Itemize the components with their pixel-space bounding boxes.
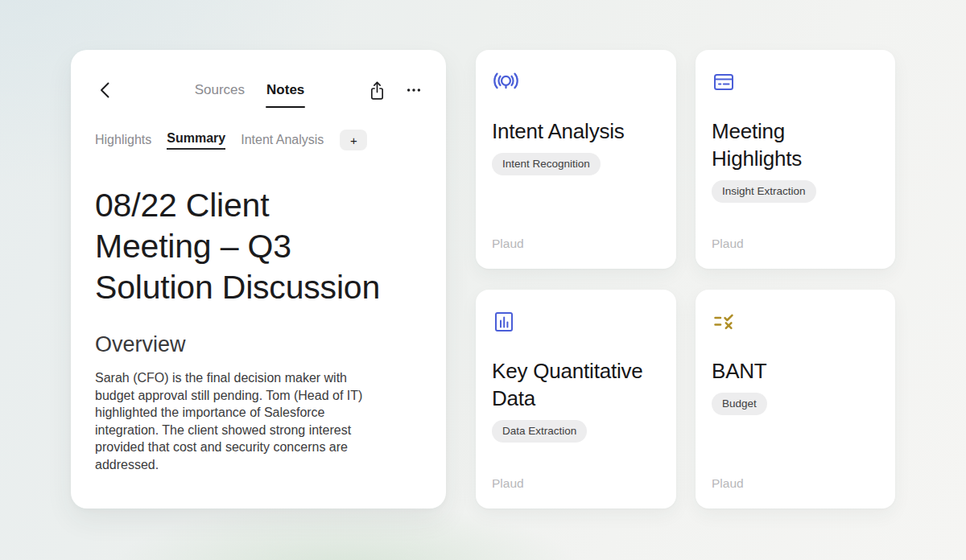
card-tag: Data Extraction [492, 420, 587, 443]
tab-sources[interactable]: Sources [195, 82, 245, 98]
template-card-meeting-highlights[interactable]: Meeting Highlights Insight Extraction Pl… [696, 50, 895, 269]
card-tag: Budget [712, 393, 767, 415]
card-title: Key Quantitative Data [492, 357, 660, 412]
share-button[interactable] [367, 80, 387, 101]
header-actions [367, 80, 422, 101]
card-tag: Insight Extraction [712, 180, 816, 203]
template-card-intent-analysis[interactable]: Intent Analysis Intent Recognition Plaud [476, 50, 676, 269]
card-source-label: Plaud [712, 237, 744, 251]
checklist-check-x-icon [712, 311, 737, 333]
card-title: BANT [712, 357, 767, 385]
template-card-grid: Intent Analysis Intent Recognition Plaud… [476, 50, 895, 509]
intent-broadcast-icon [492, 71, 520, 93]
chevron-left-icon [97, 80, 114, 100]
share-icon [367, 80, 387, 101]
note-section-tabs: Highlights Summary Intent Analysis + [71, 130, 446, 150]
note-panel: Sources Notes Highlights Summary Intent … [71, 50, 446, 509]
template-card-bant[interactable]: BANT Budget Plaud [696, 290, 895, 509]
card-title: Meeting Highlights [712, 117, 879, 172]
card-tag: Intent Recognition [492, 153, 601, 175]
back-button[interactable] [95, 80, 116, 101]
note-panel-header: Sources Notes [71, 50, 446, 101]
more-button[interactable] [406, 82, 422, 98]
section-tab-intent-analysis[interactable]: Intent Analysis [241, 133, 324, 147]
bar-chart-icon [492, 311, 516, 333]
card-title: Intent Analysis [492, 117, 625, 145]
ellipsis-icon [406, 82, 422, 98]
note-title: 08/22 Client Meeting – Q3 Solution Discu… [95, 185, 390, 308]
window-list-icon [712, 71, 736, 93]
add-section-tab-button[interactable]: + [340, 130, 367, 150]
card-source-label: Plaud [492, 476, 524, 491]
section-tab-summary[interactable]: Summary [167, 131, 225, 150]
tab-notes[interactable]: Notes [266, 82, 304, 98]
card-source-label: Plaud [712, 476, 744, 491]
overview-body-text: Sarah (CFO) is the final decision maker … [95, 369, 386, 473]
overview-heading: Overview [95, 330, 422, 359]
section-tab-highlights[interactable]: Highlights [95, 133, 151, 147]
template-card-key-quantitative-data[interactable]: Key Quantitative Data Data Extraction Pl… [476, 290, 676, 509]
card-source-label: Plaud [492, 237, 524, 251]
top-tab-bar: Sources Notes [195, 82, 305, 98]
